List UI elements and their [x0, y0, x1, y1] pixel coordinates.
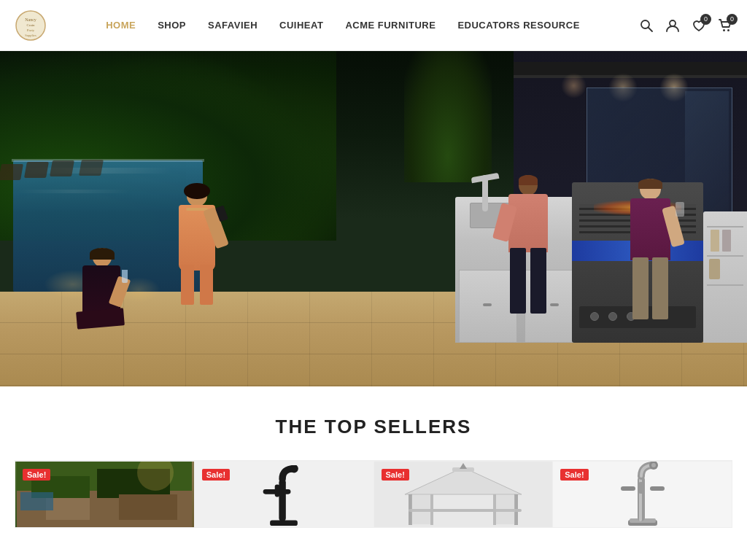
- svg-rect-22: [275, 484, 280, 497]
- logo-icon: Nancy Crain Party Supplies: [15, 9, 47, 42]
- svg-line-6: [649, 27, 653, 31]
- svg-point-9: [727, 29, 729, 31]
- nav-home[interactable]: HOME: [106, 20, 136, 31]
- svg-point-8: [723, 29, 725, 31]
- svg-rect-41: [638, 482, 644, 494]
- main-nav: HOME SHOP SAFAVIEH CUIHEAT ACME FURNITUR…: [106, 20, 580, 31]
- svg-rect-40: [650, 486, 665, 491]
- top-sellers-section: THE TOP SELLERS Sale!: [0, 386, 747, 542]
- gazebo-svg: [390, 462, 536, 527]
- logo[interactable]: Nancy Crain Party Supplies: [15, 9, 47, 42]
- site-header: Nancy Crain Party Supplies HOME SHOP SAF…: [0, 0, 747, 51]
- account-button[interactable]: [665, 18, 680, 33]
- svg-marker-32: [460, 463, 467, 469]
- header-icons: 0 0: [639, 18, 732, 33]
- svg-rect-16: [20, 492, 53, 510]
- svg-text:Party: Party: [27, 28, 35, 32]
- svg-point-38: [651, 463, 656, 467]
- product-card-1[interactable]: Sale!: [15, 461, 195, 528]
- wishlist-badge: 0: [700, 14, 711, 25]
- hero-background: [0, 51, 747, 386]
- nav-shop[interactable]: SHOP: [158, 20, 186, 31]
- svg-rect-31: [496, 495, 515, 524]
- search-icon: [639, 18, 654, 33]
- section-title: THE TOP SELLERS: [15, 416, 732, 438]
- wishlist-button[interactable]: 0: [692, 18, 706, 33]
- nav-acme-furniture[interactable]: ACME FURNITURE: [345, 20, 436, 31]
- svg-rect-15: [119, 494, 177, 520]
- svg-rect-39: [621, 486, 635, 491]
- sale-badge-3: Sale!: [382, 469, 409, 481]
- svg-text:Supplies: Supplies: [25, 34, 36, 37]
- product-card-4[interactable]: Sale!: [553, 461, 732, 528]
- nav-educators[interactable]: EDUCATORS RESOURCE: [457, 20, 579, 31]
- hero-section: [0, 51, 747, 386]
- svg-text:Nancy: Nancy: [25, 18, 36, 22]
- svg-text:Crain: Crain: [26, 23, 35, 27]
- account-icon: [665, 18, 680, 33]
- search-button[interactable]: [639, 18, 654, 33]
- cart-badge: 0: [727, 14, 738, 25]
- product-card-2[interactable]: Sale!: [195, 461, 374, 528]
- sale-badge-4: Sale!: [560, 469, 588, 481]
- nav-safavieh[interactable]: SAFAVIEH: [208, 20, 258, 31]
- cart-button[interactable]: 0: [718, 18, 732, 33]
- sale-badge-2: Sale!: [202, 469, 230, 481]
- svg-rect-19: [279, 479, 286, 522]
- svg-rect-30: [411, 495, 430, 524]
- product-card-3[interactable]: Sale!: [374, 461, 554, 528]
- nav-cuiheat[interactable]: CUIHEAT: [279, 20, 323, 31]
- svg-point-7: [670, 20, 676, 26]
- sale-badge-1: Sale!: [23, 469, 50, 481]
- faucet-svg-chrome: [617, 462, 668, 527]
- faucet-svg-black: [258, 465, 309, 527]
- products-grid: Sale! Sale!: [15, 460, 732, 528]
